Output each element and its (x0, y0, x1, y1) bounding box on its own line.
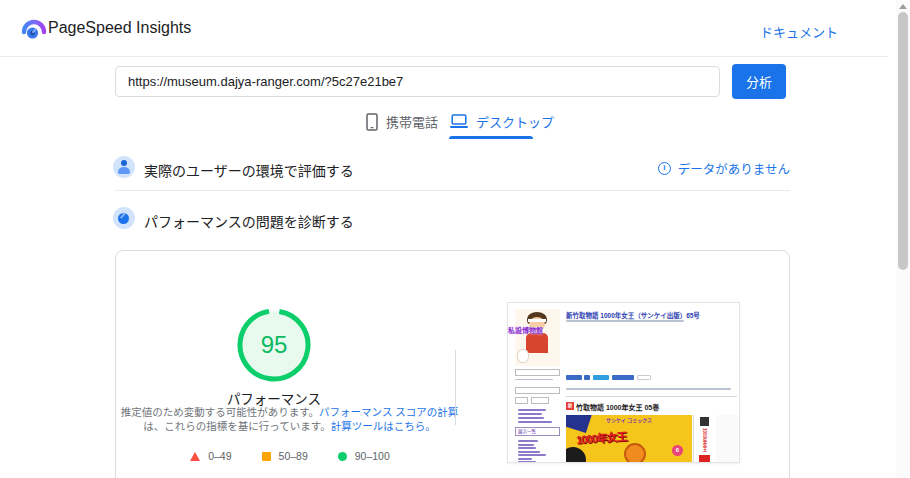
scroll-up-arrow-icon[interactable] (899, 4, 907, 9)
note-text-2: は、これらの指標を基に行っています。 (143, 420, 330, 432)
green-circle-icon (338, 452, 347, 461)
legend-range: 50–89 (279, 450, 308, 462)
tab-desktop-label: デスクトップ (476, 112, 554, 131)
scrollbar-thumb[interactable] (898, 12, 908, 270)
performance-note: 推定値のため変動する可能性があります。パフォーマンス スコアの計算は、これらの指… (117, 405, 462, 433)
thumb-sidebar-link-bar (518, 409, 546, 411)
page-title: PageSpeed Insights (48, 19, 191, 37)
thumb-search-input (515, 387, 560, 394)
thumb-divider (566, 396, 737, 397)
thumb-sidebar-link-bar (518, 461, 536, 463)
thumb-sidebar-link-bar (518, 454, 546, 456)
comic-publisher-label: サンケイ コミックス (566, 416, 692, 423)
thumb-search-button (515, 397, 528, 404)
thumb-sidebar-link-bar (518, 417, 544, 419)
mobile-phone-icon (366, 113, 378, 131)
thumb-sidebar-link-bar (518, 421, 552, 423)
thumb-share-button (584, 375, 590, 380)
thumb-sidebar-link-bar (518, 440, 538, 442)
diagnose-section-title: パフォーマンスの問題を診断する (144, 211, 354, 231)
comic-volume-badge: 6 (672, 445, 683, 456)
comic-title-text: 1000年女王 (576, 427, 627, 446)
comic-spine: 1000年女王 (693, 415, 715, 463)
comic-spine-text: 1000年女王 (701, 428, 707, 452)
vertical-divider (455, 350, 456, 425)
performance-score: 95 (235, 306, 313, 384)
documentation-link[interactable]: ドキュメント (760, 22, 838, 41)
thumb-share-button (612, 375, 634, 380)
new-badge: 新 (566, 402, 574, 410)
legend-item-average: 50–89 (262, 450, 308, 462)
pagespeed-logo-icon (20, 16, 48, 42)
thumb-sidebar-link-bar (518, 444, 534, 446)
thumb-sidebar-link-bar (518, 413, 542, 415)
info-icon: i (658, 162, 671, 175)
site-screenshot-preview: 私設博物館 新竹取物語 1000年女王（サンケイ出版）65号 展示一覧 新 (507, 302, 740, 463)
url-input[interactable] (115, 66, 720, 97)
score-legend: 0–49 50–89 90–100 (130, 450, 450, 462)
thumb-lang-select (515, 369, 560, 376)
tab-mobile[interactable]: 携帯電話 (366, 112, 438, 131)
page-scrollbar[interactable] (896, 0, 910, 478)
score-calc-link[interactable]: パフォーマンス スコアの計算 (319, 406, 458, 418)
thumb-sidebar-link-bar (518, 451, 540, 453)
thumb-article-heading: 新 竹取物語 1000年女王 05巻 (566, 402, 738, 411)
thumb-breadcrumb-bar (566, 320, 684, 322)
analyze-button[interactable]: 分析 (732, 64, 786, 99)
pagespeed-insights-page: PageSpeed Insights ドキュメント 分析 携帯電話 デスクトップ… (0, 0, 910, 478)
section-divider (115, 190, 790, 191)
no-data-link[interactable]: i データがありません (658, 159, 790, 178)
field-data-section-title: 実際のユーザーの環境で評価する (144, 160, 354, 180)
active-tab-underline (449, 136, 533, 139)
calculator-link[interactable]: 計算ツールはこちら。 (331, 420, 436, 432)
site-name-overlay: 私設博物館 (508, 325, 553, 335)
legend-range: 0–49 (208, 450, 231, 462)
legend-item-poor: 0–49 (190, 450, 231, 462)
note-text-1: 推定値のため変動する可能性があります。 (121, 406, 319, 418)
diagnose-gauge-icon (113, 207, 135, 229)
thumb-share-button (593, 375, 609, 380)
thumb-filter-button (531, 397, 549, 404)
thumb-page-title: 新竹取物語 1000年女王（サンケイ出版）65号 (566, 310, 738, 320)
legend-item-good: 90–100 (338, 450, 390, 462)
tab-desktop[interactable]: デスクトップ (450, 112, 554, 131)
thumb-sidebar-link-bar (518, 458, 532, 460)
field-data-user-icon (113, 156, 135, 178)
thumb-sidebar-link-bar (518, 447, 536, 449)
thumb-share-button (637, 375, 651, 380)
red-triangle-icon (190, 452, 200, 461)
app-header: PageSpeed Insights ドキュメント (0, 0, 888, 57)
thumb-share-button (566, 375, 582, 380)
thumb-tags-bar (566, 388, 731, 390)
orange-square-icon (262, 452, 271, 461)
legend-range: 90–100 (355, 450, 390, 462)
no-data-label: データがありません (678, 159, 790, 178)
performance-gauge[interactable]: 95 (235, 306, 313, 384)
article-title: 竹取物語 1000年女王 05巻 (576, 402, 659, 412)
thumb-caption-bar (515, 379, 553, 380)
tab-mobile-label: 携帯電話 (386, 112, 438, 131)
desktop-icon (450, 114, 468, 129)
comic-cover-image: サンケイ コミックス 1000年女王 6 1000年女王 (566, 415, 738, 463)
site-mascot-image (515, 309, 560, 366)
comic-front: サンケイ コミックス 1000年女王 6 (566, 415, 692, 463)
thumb-sidebar-box: 展示一覧 (515, 427, 560, 436)
